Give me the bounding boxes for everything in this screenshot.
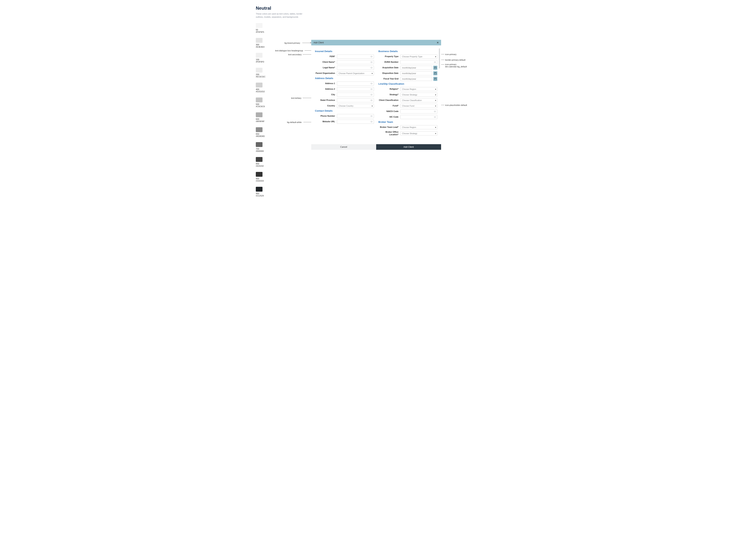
swatch-chip — [256, 23, 262, 28]
swatch-800: 800#424242 — [256, 157, 480, 167]
city-input[interactable] — [337, 93, 374, 97]
swatch-chip — [256, 157, 262, 162]
strategy-select[interactable]: Choose Strategy — [400, 93, 437, 97]
sic-input[interactable] — [400, 115, 437, 119]
fy-end-input[interactable] — [400, 77, 432, 81]
swatch-chip — [256, 68, 262, 73]
anno-bg-default-white: bg-default-white — [287, 121, 302, 123]
disp-date-input[interactable] — [400, 71, 432, 75]
cancel-button[interactable]: Cancel — [311, 144, 376, 150]
right-column: Business Details Property Type Choose Pr… — [378, 48, 437, 137]
phone-input[interactable] — [337, 114, 374, 118]
add-client-dialog: Add Client ✕ Insured Details FEIN* Clien… — [311, 40, 441, 150]
swatch-hex: #424242 — [256, 165, 480, 167]
swatch-chip — [256, 97, 262, 102]
acq-date-input[interactable] — [400, 66, 432, 70]
religion-select[interactable]: Choose Region — [400, 87, 437, 91]
scrollbar[interactable] — [439, 48, 440, 68]
label-sic: SIC Code — [378, 116, 398, 118]
anno-icon-primary-2: icon-primary — [445, 63, 457, 65]
label-fein: FEIN* — [315, 55, 335, 58]
swatch-chip — [256, 38, 262, 43]
group-address-details: Address Details — [315, 77, 374, 80]
fein-input[interactable] — [337, 55, 374, 59]
svg-rect-11 — [434, 73, 436, 74]
group-insured-details: Insured Details — [315, 50, 374, 53]
dialog-body: Insured Details FEIN* Client Name* Legal… — [311, 45, 441, 144]
swatch-chip — [256, 172, 262, 177]
group-lineslip-classification: LineSlip Classification — [378, 82, 437, 85]
dialog-title: Add Client — [313, 41, 324, 44]
swatch-chip — [256, 187, 262, 192]
group-contact-details: Contact Details — [315, 109, 374, 112]
swatch-900: 900#333333 — [256, 172, 480, 182]
country-select[interactable]: Choose Country — [337, 104, 374, 108]
page-description: These colors are used as text colors, ta… — [256, 12, 304, 19]
swatch-hex: #212529 — [256, 195, 480, 197]
anno-icon-placeholder: icon-placeholder-default — [445, 104, 467, 106]
swatch-name: 800 — [256, 163, 480, 165]
label-address2: Address 2 — [315, 88, 335, 90]
label-country: Country — [315, 105, 335, 107]
label-duns: DUNS Number — [378, 61, 398, 63]
swatch-50: 50#F5F5F5 — [256, 23, 480, 33]
naics-input[interactable] — [400, 109, 437, 113]
swatch-chip — [256, 127, 262, 132]
parent-org-select[interactable]: Choose Parent Organization — [337, 71, 374, 75]
anno-btn-calendar-bg: btn-calendar-bg_default — [445, 65, 467, 68]
client-name-input[interactable] — [337, 60, 374, 64]
label-client-name: Client Name* — [315, 61, 335, 63]
label-address1: Address 1 — [315, 82, 335, 85]
label-naics: NAICS Code — [378, 110, 398, 113]
label-website: Website URL — [315, 120, 335, 123]
label-religion: Religion* — [378, 88, 398, 90]
label-acq-date: Acquisition Date — [378, 66, 398, 69]
label-state: State/ Province — [315, 99, 335, 102]
swatch-name: 50 — [256, 29, 480, 31]
close-icon[interactable]: ✕ — [437, 41, 439, 44]
label-property-type: Property Type — [378, 55, 398, 58]
website-input[interactable] — [337, 120, 374, 124]
swatch-hex: #F5F5F5 — [256, 31, 480, 33]
anno-icon-primary-1: icon-primary — [445, 53, 457, 55]
swatch-chip — [256, 112, 262, 117]
swatch-name: 900 — [256, 177, 480, 180]
label-phone: Phone Number — [315, 115, 335, 117]
client-class-select[interactable]: Choose Classification — [400, 98, 437, 102]
swatch-chip — [256, 83, 262, 87]
anno-border-primary: border-primary-default — [445, 59, 465, 61]
broker-office-select[interactable]: Choose Strategy — [400, 131, 437, 135]
duns-input[interactable] — [400, 60, 437, 64]
swatch-hex: #666666 — [256, 150, 480, 152]
address2-input[interactable] — [337, 87, 374, 91]
dialog-footer: Cancel Add Client — [311, 144, 441, 150]
swatch-chip — [256, 142, 262, 147]
address1-input[interactable] — [337, 81, 374, 86]
property-type-select[interactable]: Choose Property Type — [400, 55, 437, 59]
swatch-hex: #333333 — [256, 180, 480, 182]
legal-name-input[interactable] — [337, 66, 374, 70]
fund-select[interactable]: Choose Fund — [400, 104, 437, 108]
calendar-button[interactable] — [433, 66, 437, 70]
broker-lead-select[interactable]: Choose Region — [400, 125, 437, 129]
anno-text-secondary: text-secondary — [288, 53, 302, 56]
calendar-button[interactable] — [433, 71, 437, 75]
add-client-button[interactable]: Add Client — [376, 144, 441, 150]
label-fund: Fund* — [378, 105, 398, 107]
label-disp-date: Disposition Date — [378, 72, 398, 75]
state-input[interactable] — [337, 98, 374, 102]
group-business-details: Business Details — [378, 50, 437, 53]
dialog-header: Add Client ✕ — [311, 40, 441, 45]
page-title: Neutral — [256, 6, 480, 11]
calendar-button[interactable] — [433, 77, 437, 81]
label-broker-lead: Broker Team Lead* — [378, 126, 398, 129]
anno-text-dialogue-header: text-dialogue box-headergroup — [275, 49, 303, 52]
label-client-class: Client Classification — [378, 99, 398, 102]
swatch-950: 950#212529 — [256, 187, 480, 197]
swatch-name: 950 — [256, 192, 480, 195]
label-parent-org: Parent Organization — [315, 72, 335, 75]
label-broker-office: Broker Office Location* — [378, 131, 398, 136]
anno-bg-brand-primary: bg-brand-primary — [284, 42, 300, 44]
label-strategy: Strategy* — [378, 93, 398, 96]
anno-text-tertiary: text-tertiary — [291, 97, 301, 99]
